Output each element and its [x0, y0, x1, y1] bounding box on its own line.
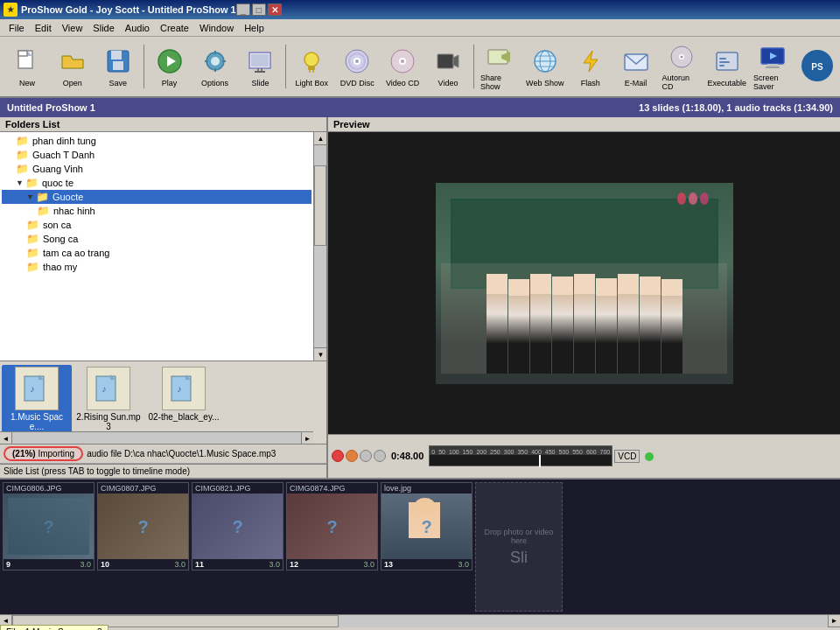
save-label: Save [109, 79, 128, 88]
folder-icon: 📁 [26, 247, 39, 259]
file-icon-3: ♪ [162, 367, 206, 410]
videocd-button[interactable]: Video CD [381, 39, 424, 94]
vcd-indicator [645, 452, 654, 461]
file-icon-2: ♪ [87, 367, 130, 410]
folders-label: Folders List [5, 119, 60, 130]
screensaver-button[interactable]: Screen Saver [751, 39, 794, 94]
slide-11-thumb: ? [192, 494, 283, 559]
svg-text:PS: PS [811, 62, 823, 72]
slide-13[interactable]: love.jpg ? 13 3.0 [381, 482, 472, 570]
dvddisc-button[interactable]: DVD Disc [335, 39, 379, 94]
slide-10-thumb: ? [98, 494, 188, 559]
folder-icon: 📁 [16, 135, 29, 147]
folder-quoc-te[interactable]: ▼ 📁 quoc te [2, 176, 312, 190]
folder-song-ca[interactable]: 📁 Song ca [2, 232, 312, 246]
slides-list[interactable]: CIMG0806.JPG ? 9 3.0 CIMG0807.JPG ? [0, 480, 840, 614]
title-bar-controls: _ □ ✕ [236, 4, 282, 16]
folder-label: son ca [43, 220, 71, 230]
forward-button[interactable] [374, 450, 386, 462]
webshow-button[interactable]: Web Show [523, 39, 567, 94]
scroll-up-button[interactable]: ▲ [314, 132, 326, 145]
menu-create[interactable]: Create [155, 21, 194, 35]
timeline-bar[interactable]: 0 50 100 150 200 250 300 350 400 450 500 [429, 445, 612, 466]
email-button[interactable]: E-Mail [614, 39, 658, 94]
folder-label: phan dinh tung [32, 136, 96, 146]
folder-son-ca[interactable]: 📁 son ca [2, 218, 312, 232]
pause-button[interactable] [346, 450, 358, 462]
folder-label: tam ca ao trang [43, 248, 109, 258]
menu-window[interactable]: Window [194, 21, 239, 35]
share-button[interactable]: Share Show [478, 39, 522, 94]
menu-file[interactable]: File [4, 21, 30, 35]
folder-tam-ca[interactable]: 📁 tam ca ao trang [2, 246, 312, 260]
play-button[interactable]: Play [148, 39, 192, 94]
svg-text:♪: ♪ [102, 384, 107, 394]
folder-guocte[interactable]: ▼ 📁 Guocte [2, 190, 312, 204]
preview-header: Preview [328, 117, 840, 132]
file-name-1: 1.Music Space.... [4, 412, 70, 431]
folder-icon: 📁 [26, 261, 39, 273]
autorun-button[interactable]: Autorun CD [660, 39, 704, 94]
slide-12[interactable]: CIMG0874.JPG ? 12 3.0 [286, 482, 378, 570]
folder-guach-t-danh[interactable]: 📁 Guach T Danh [2, 148, 312, 162]
scroll-down-button[interactable]: ▼ [314, 347, 326, 360]
menu-help[interactable]: Help [239, 21, 270, 35]
menu-edit[interactable]: Edit [30, 21, 57, 35]
stop-button[interactable] [332, 450, 344, 462]
svg-rect-46 [719, 65, 724, 66]
open-button[interactable]: Open [51, 39, 94, 94]
slides-scroll-right[interactable]: ► [828, 615, 840, 627]
folders-scrollbar[interactable]: ▲ ▼ [313, 132, 326, 360]
minimize-button[interactable]: _ [236, 4, 250, 16]
folder-label: quoc te [42, 178, 74, 188]
toolbar-separator-1 [144, 45, 144, 88]
student-2 [508, 279, 529, 374]
play-ctrl-button[interactable] [360, 450, 372, 462]
file-item-3[interactable]: ♪ 02-the_black_ey... [145, 365, 222, 424]
folders-list-inner: 📁 phan dinh tung 📁 Guach T Danh 📁 Guang … [2, 134, 325, 274]
file-info-tooltip: File: 1.Music Space.mp3 Length: 1:34.90 [0, 625, 108, 630]
folder-phan-dinh-tung[interactable]: 📁 phan dinh tung [2, 134, 312, 148]
timeline-cursor [539, 455, 541, 467]
new-icon [11, 46, 43, 77]
hscroll-right[interactable]: ► [301, 432, 313, 444]
maximize-button[interactable]: □ [252, 4, 266, 16]
slide-9[interactable]: CIMG0806.JPG ? 9 3.0 [3, 482, 94, 570]
save-icon [102, 46, 134, 77]
save-button[interactable]: Save [96, 39, 140, 94]
lightbox-button[interactable]: Light Box [290, 39, 333, 94]
timeline-ruler: 0 50 100 150 200 250 300 350 400 450 500 [430, 446, 612, 455]
folder-thao-my[interactable]: 📁 thao my [2, 260, 312, 274]
file-hscroll[interactable]: ◄ ► [0, 431, 313, 444]
slide-11[interactable]: CIMG0821.JPG ? 11 3.0 [192, 482, 284, 570]
email-label: E-Mail [625, 79, 648, 88]
slide-label: Slide [251, 79, 269, 88]
folder-guang-vinh[interactable]: 📁 Guang Vinh [2, 162, 312, 176]
scroll-thumb[interactable] [314, 165, 326, 246]
file-item-1[interactable]: ♪ 1.Music Space.... [2, 365, 72, 433]
folder-nhac-hinh[interactable]: 📁 nhac hinh [2, 204, 312, 218]
flash-button[interactable]: Flash [569, 39, 612, 94]
options-button[interactable]: Options [193, 39, 237, 94]
drop-zone[interactable]: Drop photo or video here Sli [475, 482, 563, 612]
menu-audio[interactable]: Audio [120, 21, 155, 35]
folders-list[interactable]: 📁 phan dinh tung 📁 Guach T Danh 📁 Guang … [0, 132, 326, 361]
slides-hscrollbar[interactable]: ◄ ► [0, 614, 840, 626]
close-button[interactable]: ✕ [268, 4, 282, 16]
executable-button[interactable]: Executable [704, 39, 749, 94]
menu-view[interactable]: View [57, 21, 88, 35]
hscroll-left[interactable]: ◄ [0, 432, 12, 444]
new-button[interactable]: New [5, 39, 49, 94]
slide-button[interactable]: Slide [238, 39, 282, 94]
executable-icon [711, 46, 743, 77]
preview-photo [436, 183, 733, 384]
video-button[interactable]: Video [426, 39, 470, 94]
svg-rect-50 [766, 66, 780, 68]
autorun-label: Autorun CD [662, 74, 701, 91]
slide-10[interactable]: CIMG0807.JPG ? 10 3.0 [97, 482, 189, 570]
file-item-2[interactable]: ♪ 2.Rising Sun.mp3 [74, 365, 144, 433]
slide-9-number: 9 [6, 560, 10, 569]
left-panel: Folders List 📁 phan dinh tung 📁 Guach T … [0, 117, 328, 478]
menu-slide[interactable]: Slide [88, 21, 119, 35]
main-area: Folders List 📁 phan dinh tung 📁 Guach T … [0, 117, 840, 630]
